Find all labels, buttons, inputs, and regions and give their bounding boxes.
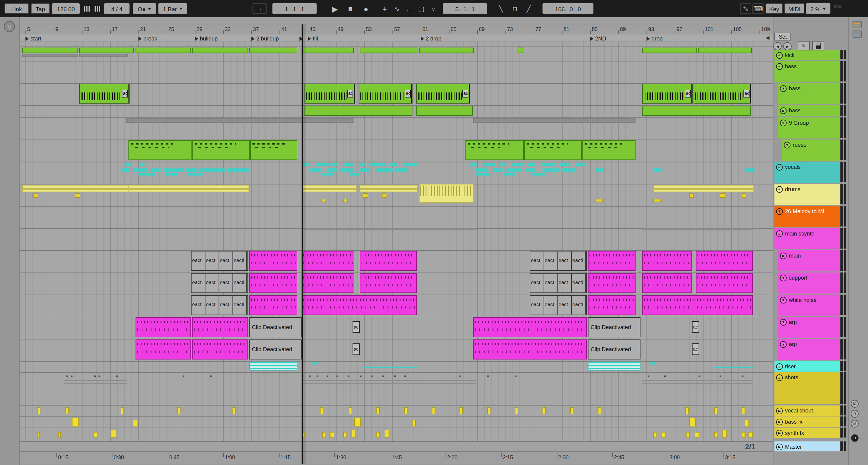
track-header[interactable]: ▼white noise xyxy=(778,295,840,316)
clip-c[interactable] xyxy=(531,173,545,175)
clip-c[interactable] xyxy=(499,163,506,166)
clip-c[interactable] xyxy=(649,362,655,365)
clip-md[interactable] xyxy=(302,251,354,271)
clip-md[interactable] xyxy=(192,339,248,359)
clip-gw[interactable]: ac xyxy=(642,84,693,104)
unfold-icon[interactable]: ▼ xyxy=(780,85,786,92)
insert-marker[interactable] xyxy=(302,25,303,464)
loop-start-field[interactable]: 5. 1. 1 xyxy=(443,3,487,14)
clip-c[interactable] xyxy=(714,367,754,368)
clip-dot[interactable] xyxy=(404,376,406,377)
clip-c[interactable] xyxy=(562,169,575,172)
clip-c[interactable] xyxy=(315,163,329,166)
clip-yt[interactable] xyxy=(320,407,323,414)
clip-yt[interactable] xyxy=(695,432,699,438)
clip-gw[interactable]: ac xyxy=(416,84,470,104)
clip-dot[interactable] xyxy=(317,376,318,377)
clip-yt[interactable] xyxy=(661,432,666,438)
unfold-icon[interactable]: ≡ xyxy=(776,374,783,381)
unfold-icon[interactable]: ▼ xyxy=(780,274,786,281)
tempo-field[interactable]: 126.00 xyxy=(52,3,80,14)
clip-y[interactable] xyxy=(302,189,357,192)
track-lane[interactable] xyxy=(20,317,773,339)
clip-c[interactable] xyxy=(166,173,177,175)
clip-yt[interactable] xyxy=(542,407,546,414)
time-ruler[interactable]: 0:150:300:451:001:151:301:452:002:152:30… xyxy=(20,452,773,464)
clip-yt[interactable] xyxy=(689,417,696,426)
clip-ac[interactable]: ac xyxy=(692,321,699,333)
clip-dot[interactable] xyxy=(371,376,373,377)
lock-envelopes-button[interactable] xyxy=(812,41,824,51)
locator[interactable]: break xyxy=(138,35,157,41)
clip-c[interactable] xyxy=(370,163,386,166)
clip-gw[interactable]: ac xyxy=(305,84,355,104)
device-view-toggle-icon[interactable] xyxy=(852,30,862,38)
track-header[interactable]: ≡9 Group xyxy=(778,117,840,139)
clip-g[interactable] xyxy=(22,48,77,53)
clip-c[interactable] xyxy=(527,163,535,166)
unfold-icon[interactable]: ▶ xyxy=(776,418,783,425)
clip-yq[interactable] xyxy=(689,193,694,198)
clip-c[interactable] xyxy=(186,169,197,172)
clip-ac[interactable]: ac xyxy=(352,321,360,333)
midi-map-button[interactable]: MIDI xyxy=(784,3,804,14)
computer-midi-keyboard-icon[interactable]: ⌨ xyxy=(752,3,764,14)
clip-rs[interactable] xyxy=(249,362,297,371)
clip-yt[interactable] xyxy=(349,407,352,414)
clip-y[interactable] xyxy=(653,189,753,192)
clip-y[interactable] xyxy=(302,185,357,189)
lane-container[interactable]: acacacacacaceacteacteacteactieacteacteac… xyxy=(20,42,773,451)
clip-y[interactable] xyxy=(360,185,417,189)
clip-y[interactable] xyxy=(129,185,249,189)
clip-dot[interactable] xyxy=(487,376,489,377)
clip-yq[interactable] xyxy=(719,193,725,198)
clip-dot[interactable] xyxy=(94,376,96,377)
clip-yt[interactable] xyxy=(742,407,745,414)
unfold-icon[interactable]: ≡ xyxy=(776,63,783,69)
clip-yt[interactable] xyxy=(121,407,124,414)
clip-yq[interactable] xyxy=(321,199,326,202)
clip-c[interactable] xyxy=(376,169,393,172)
clip-g[interactable] xyxy=(192,48,247,53)
scrub-area[interactable]: startbreakbuildup2 buildupfill2 drop2NDd… xyxy=(20,34,773,42)
time-signature-field[interactable]: 4 / 4 xyxy=(104,3,129,14)
clip-db[interactable]: Clip Deactivated xyxy=(588,339,641,359)
track-header[interactable]: ▶Master xyxy=(774,441,840,452)
locator[interactable]: fill xyxy=(308,35,318,41)
clip-md[interactable] xyxy=(302,273,354,293)
clip-y[interactable] xyxy=(22,185,128,189)
clip-md[interactable] xyxy=(302,295,417,315)
clip-dot[interactable] xyxy=(360,376,362,377)
cpu-meter[interactable]: 2 % xyxy=(806,3,831,14)
unfold-icon[interactable]: ▼ xyxy=(780,296,786,303)
clip-c[interactable] xyxy=(542,169,559,172)
track-header[interactable]: ≡bass xyxy=(774,61,840,82)
master-lane[interactable] xyxy=(20,441,773,452)
clip-y[interactable] xyxy=(22,189,128,192)
track-header[interactable]: ≡drums xyxy=(774,184,840,205)
clip-c[interactable] xyxy=(340,169,354,172)
clip-yt[interactable] xyxy=(133,420,137,426)
clip-dot[interactable] xyxy=(648,376,650,377)
unfold-icon[interactable]: ▶ xyxy=(776,443,783,450)
clip-c[interactable] xyxy=(321,173,334,175)
clip-yt[interactable] xyxy=(385,430,389,438)
clip-yt[interactable] xyxy=(686,432,690,438)
clip-c[interactable] xyxy=(363,367,418,368)
clip-gl[interactable] xyxy=(642,380,753,381)
loop-switch-icon[interactable]: ⊓ xyxy=(509,3,520,14)
clip-yt[interactable] xyxy=(432,407,435,414)
clip-md[interactable] xyxy=(642,273,692,293)
track-header[interactable]: ≡main ssynth xyxy=(774,228,840,250)
clip-c[interactable] xyxy=(389,163,397,166)
clip-md[interactable] xyxy=(642,251,692,271)
clip-dot[interactable] xyxy=(66,376,68,377)
unfold-icon[interactable]: ▶ xyxy=(776,429,783,436)
clip-c[interactable] xyxy=(595,169,604,172)
clip-yt[interactable] xyxy=(322,432,326,438)
punch-out-icon[interactable]: ╱ xyxy=(524,3,534,14)
clip-gl[interactable] xyxy=(64,383,127,384)
clip-c[interactable] xyxy=(476,173,490,175)
clip-db[interactable]: Clip Deactivated xyxy=(249,339,302,359)
locator[interactable]: 2ND xyxy=(590,35,606,41)
